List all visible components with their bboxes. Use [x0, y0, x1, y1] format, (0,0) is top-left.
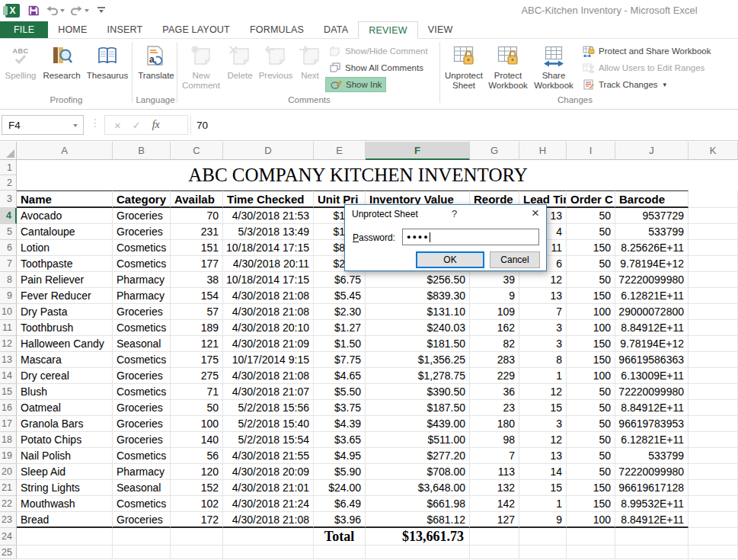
spelling-button[interactable]: ABC Spelling: [2, 41, 40, 94]
cell-D19[interactable]: 4/30/2018 21:55: [223, 448, 314, 464]
cell-A7[interactable]: Toothpaste: [17, 256, 113, 272]
col-header-K[interactable]: K: [688, 142, 738, 160]
cell-J20[interactable]: 72220099980: [615, 464, 688, 480]
cell-B13[interactable]: Cosmetics: [113, 352, 171, 368]
cell-J17[interactable]: 96619783953: [615, 416, 688, 432]
cell-K22[interactable]: [688, 496, 738, 512]
cell-E12[interactable]: $1.50: [314, 336, 366, 352]
cell-H20[interactable]: 14: [519, 464, 567, 480]
cancel-entry-icon[interactable]: ×: [114, 119, 121, 132]
cell-K17[interactable]: [688, 416, 738, 432]
cell-F22[interactable]: $661.98: [366, 496, 470, 512]
cell-J25[interactable]: [615, 546, 688, 559]
cell-G21[interactable]: 132: [470, 480, 519, 496]
cell-F23[interactable]: $681.12: [366, 512, 470, 528]
cell-E10[interactable]: $2.30: [314, 304, 366, 320]
cell-I19[interactable]: 50: [567, 448, 615, 464]
cell-I11[interactable]: 100: [567, 320, 615, 336]
cell-A8[interactable]: Pain Reliever: [17, 272, 113, 288]
cell-E14[interactable]: $4.65: [314, 368, 366, 384]
cell-H25[interactable]: [519, 546, 567, 559]
sheet-header-name[interactable]: Name: [17, 190, 113, 208]
tab-page-layout[interactable]: PAGE LAYOUT: [152, 21, 240, 38]
cell-J14[interactable]: 6.13009E+11: [615, 368, 688, 384]
cell-H17[interactable]: 3: [519, 416, 567, 432]
cell-A19[interactable]: Nail Polish: [17, 448, 113, 464]
sheet-header-availab[interactable]: Availab: [171, 190, 223, 208]
undo-dropdown-icon[interactable]: [60, 9, 65, 12]
cell-C18[interactable]: 140: [171, 432, 223, 448]
cell-F14[interactable]: $1,278.75: [366, 368, 470, 384]
cell-D6[interactable]: 10/18/2014 17:15: [223, 240, 314, 256]
cell-C6[interactable]: 151: [171, 240, 223, 256]
cell-I21[interactable]: 150: [567, 480, 615, 496]
cell-B23[interactable]: Groceries: [113, 512, 171, 528]
row-header-6[interactable]: 6: [0, 240, 17, 256]
row-header-25[interactable]: 25: [0, 546, 17, 559]
ok-button[interactable]: OK: [416, 251, 484, 268]
cell-B12[interactable]: Seasonal: [113, 336, 171, 352]
cell-A14[interactable]: Dry cereal: [17, 368, 113, 384]
cell-J11[interactable]: 8.84912E+11: [615, 320, 688, 336]
cell-C7[interactable]: 177: [171, 256, 223, 272]
cell-A12[interactable]: Halloween Candy: [17, 336, 113, 352]
cell-F12[interactable]: $181.50: [366, 336, 470, 352]
cell-B6[interactable]: Cosmetics: [113, 240, 171, 256]
cell-I15[interactable]: 50: [567, 384, 615, 400]
cell-H22[interactable]: 1: [519, 496, 567, 512]
cell-K8[interactable]: [688, 272, 738, 288]
formula-input[interactable]: 70: [190, 115, 737, 135]
row-header-5[interactable]: 5: [0, 224, 17, 240]
cell-I16[interactable]: 50: [567, 400, 615, 416]
cell-G18[interactable]: 98: [470, 432, 519, 448]
cell-D9[interactable]: 4/30/2018 21:08: [223, 288, 314, 304]
sheet-header-order-c[interactable]: Order C: [567, 190, 615, 208]
cell-E11[interactable]: $1.27: [314, 320, 366, 336]
cell-F20[interactable]: $708.00: [366, 464, 470, 480]
cell-H15[interactable]: 12: [519, 384, 567, 400]
thesaurus-button[interactable]: Thesaurus: [84, 41, 131, 94]
cell-D8[interactable]: 10/18/2014 17:15: [223, 272, 314, 288]
row-header-15[interactable]: 15: [0, 384, 17, 400]
cell-K3[interactable]: [688, 190, 738, 208]
undo-button[interactable]: [46, 6, 65, 15]
cell-A24[interactable]: [17, 528, 113, 546]
cell-A5[interactable]: Cantaloupe: [17, 224, 113, 240]
cell-J22[interactable]: 8.99532E+11: [615, 496, 688, 512]
cell-H16[interactable]: 15: [519, 400, 567, 416]
cell-E21[interactable]: $24.00: [314, 480, 366, 496]
cell-G24[interactable]: [470, 528, 519, 546]
cell-B18[interactable]: Groceries: [113, 432, 171, 448]
cell-C21[interactable]: 152: [171, 480, 223, 496]
cell-F9[interactable]: $839.30: [366, 288, 470, 304]
cell-I17[interactable]: 50: [567, 416, 615, 432]
cell-C5[interactable]: 231: [171, 224, 223, 240]
cell-E23[interactable]: $3.96: [314, 512, 366, 528]
cell-H12[interactable]: 3: [519, 336, 567, 352]
tab-view[interactable]: VIEW: [418, 21, 463, 38]
next-comment-button[interactable]: Next: [296, 41, 324, 94]
row-header-24[interactable]: 24: [0, 528, 17, 546]
cell-C15[interactable]: 71: [171, 384, 223, 400]
track-changes-button[interactable]: Track Changes ▾: [579, 77, 670, 92]
col-header-G[interactable]: G: [470, 142, 519, 160]
cell-A9[interactable]: Fever Reducer: [17, 288, 113, 304]
select-all-corner[interactable]: [0, 142, 17, 160]
cell-C17[interactable]: 100: [171, 416, 223, 432]
cell-D21[interactable]: 4/30/2018 21:01: [223, 480, 314, 496]
cell-C19[interactable]: 56: [171, 448, 223, 464]
cell-K19[interactable]: [688, 448, 738, 464]
col-header-J[interactable]: J: [615, 142, 688, 160]
cell-B14[interactable]: Groceries: [113, 368, 171, 384]
cell-J5[interactable]: 533799: [615, 224, 688, 240]
new-comment-button[interactable]: New Comment: [180, 41, 222, 94]
cell-G11[interactable]: 162: [470, 320, 519, 336]
protect-and-share-workbook-button[interactable]: Protect and Share Workbook: [579, 43, 714, 59]
help-icon[interactable]: ?: [452, 208, 457, 219]
cell-B21[interactable]: Seasonal: [113, 480, 171, 496]
cell-D23[interactable]: 4/30/2018 21:08: [223, 512, 314, 528]
cell-J19[interactable]: 533799: [615, 448, 688, 464]
row-header-21[interactable]: 21: [0, 480, 17, 496]
name-box[interactable]: F4: [2, 115, 84, 135]
tab-home[interactable]: HOME: [48, 21, 97, 38]
